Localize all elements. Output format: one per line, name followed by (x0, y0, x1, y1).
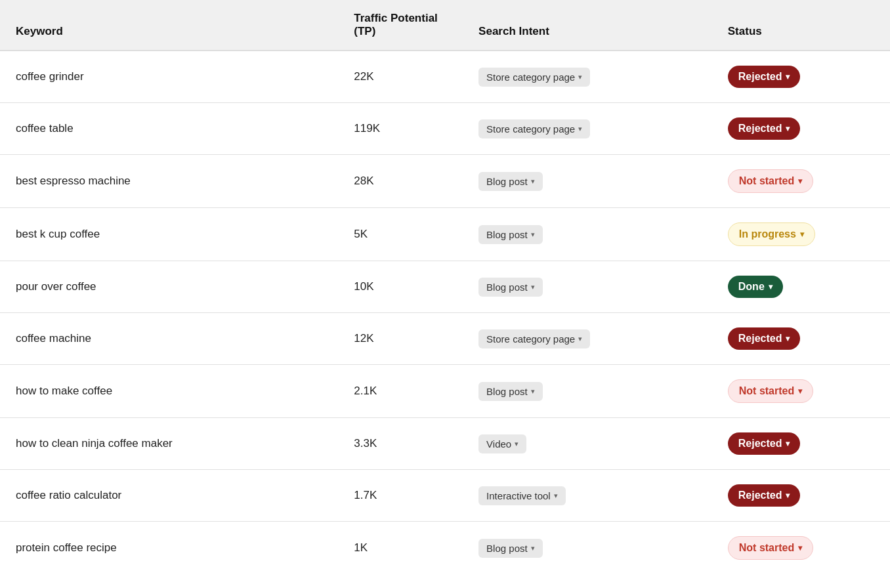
table-row: pour over coffee10KBlog post▾Done▾ (0, 261, 890, 313)
cell-search-intent: Blog post▾ (463, 208, 712, 261)
chevron-down-icon: ▾ (515, 440, 519, 448)
cell-search-intent: Video▾ (463, 418, 712, 470)
status-label: Rejected (738, 333, 782, 345)
header-status: Status (712, 0, 890, 51)
cell-keyword: how to make coffee (0, 365, 338, 418)
table-row: best espresso machine28KBlog post▾Not st… (0, 155, 890, 208)
cell-search-intent: Blog post▾ (463, 365, 712, 418)
chevron-down-icon: ▾ (578, 73, 582, 81)
cell-traffic-potential: 1K (338, 522, 463, 575)
chevron-down-icon: ▾ (800, 230, 804, 239)
cell-traffic-potential: 12K (338, 313, 463, 365)
cell-traffic-potential: 2.1K (338, 365, 463, 418)
status-dropdown[interactable]: Rejected▾ (728, 66, 801, 88)
intent-dropdown[interactable]: Video▾ (478, 434, 526, 453)
cell-traffic-potential: 3.3K (338, 418, 463, 470)
cell-traffic-potential: 28K (338, 155, 463, 208)
status-label: Not started (739, 542, 794, 554)
intent-label: Store category page (486, 72, 575, 83)
intent-dropdown[interactable]: Blog post▾ (478, 539, 543, 558)
table-row: how to clean ninja coffee maker3.3KVideo… (0, 418, 890, 470)
cell-search-intent: Store category page▾ (463, 313, 712, 365)
table-row: coffee machine12KStore category page▾Rej… (0, 313, 890, 365)
intent-dropdown[interactable]: Blog post▾ (478, 382, 543, 401)
status-label: In progress (739, 228, 796, 240)
cell-status: Done▾ (712, 261, 890, 313)
table-row: coffee table119KStore category page▾Reje… (0, 103, 890, 155)
chevron-down-icon: ▾ (531, 230, 535, 239)
keyword-table: Keyword Traffic Potential (TP) Search In… (0, 0, 890, 574)
table-row: coffee ratio calculator1.7KInteractive t… (0, 470, 890, 522)
chevron-down-icon: ▾ (531, 544, 535, 553)
status-dropdown[interactable]: Rejected▾ (728, 117, 801, 140)
header-traffic-potential: Traffic Potential (TP) (338, 0, 463, 51)
cell-keyword: best k cup coffee (0, 208, 338, 261)
cell-traffic-potential: 5K (338, 208, 463, 261)
cell-keyword: protein coffee recipe (0, 522, 338, 575)
chevron-down-icon: ▾ (578, 335, 582, 343)
cell-traffic-potential: 22K (338, 51, 463, 103)
cell-keyword: coffee machine (0, 313, 338, 365)
status-dropdown[interactable]: Not started▾ (728, 536, 813, 560)
table-row: coffee grinder22KStore category page▾Rej… (0, 51, 890, 103)
intent-dropdown[interactable]: Blog post▾ (478, 172, 543, 191)
cell-search-intent: Blog post▾ (463, 155, 712, 208)
cell-keyword: best espresso machine (0, 155, 338, 208)
intent-dropdown[interactable]: Blog post▾ (478, 225, 543, 244)
intent-label: Blog post (486, 543, 528, 554)
cell-keyword: how to clean ninja coffee maker (0, 418, 338, 470)
cell-search-intent: Blog post▾ (463, 261, 712, 313)
intent-label: Blog post (486, 176, 528, 187)
header-keyword: Keyword (0, 0, 338, 51)
status-dropdown[interactable]: Not started▾ (728, 379, 813, 403)
status-label: Rejected (738, 438, 782, 450)
status-label: Rejected (738, 490, 782, 501)
intent-label: Store category page (486, 123, 575, 135)
cell-status: Rejected▾ (712, 313, 890, 365)
cell-keyword: coffee grinder (0, 51, 338, 103)
intent-label: Video (486, 438, 511, 450)
cell-status: Not started▾ (712, 365, 890, 418)
chevron-down-icon: ▾ (531, 387, 535, 396)
chevron-down-icon: ▾ (798, 177, 802, 186)
table-header-row: Keyword Traffic Potential (TP) Search In… (0, 0, 890, 51)
status-dropdown[interactable]: Rejected▾ (728, 327, 801, 350)
intent-dropdown[interactable]: Blog post▾ (478, 278, 543, 297)
chevron-down-icon: ▾ (531, 177, 535, 186)
chevron-down-icon: ▾ (798, 387, 802, 396)
chevron-down-icon: ▾ (786, 491, 790, 500)
chevron-down-icon: ▾ (769, 282, 773, 291)
status-dropdown[interactable]: Rejected▾ (728, 432, 801, 455)
chevron-down-icon: ▾ (786, 124, 790, 133)
status-label: Rejected (738, 123, 782, 135)
intent-dropdown[interactable]: Store category page▾ (478, 119, 590, 138)
cell-keyword: coffee table (0, 103, 338, 155)
intent-dropdown[interactable]: Store category page▾ (478, 329, 590, 348)
intent-label: Blog post (486, 229, 528, 240)
cell-keyword: coffee ratio calculator (0, 470, 338, 522)
cell-traffic-potential: 119K (338, 103, 463, 155)
status-dropdown[interactable]: Done▾ (728, 276, 783, 298)
cell-status: Rejected▾ (712, 470, 890, 522)
status-label: Rejected (738, 71, 782, 83)
status-dropdown[interactable]: Not started▾ (728, 169, 813, 193)
cell-search-intent: Interactive tool▾ (463, 470, 712, 522)
chevron-down-icon: ▾ (786, 334, 790, 343)
chevron-down-icon: ▾ (578, 125, 582, 133)
table-row: best k cup coffee5KBlog post▾In progress… (0, 208, 890, 261)
status-dropdown[interactable]: Rejected▾ (728, 484, 801, 507)
status-dropdown[interactable]: In progress▾ (728, 222, 815, 246)
intent-label: Store category page (486, 333, 575, 345)
cell-keyword: pour over coffee (0, 261, 338, 313)
header-search-intent: Search Intent (463, 0, 712, 51)
cell-traffic-potential: 10K (338, 261, 463, 313)
main-table-container: Keyword Traffic Potential (TP) Search In… (0, 0, 890, 588)
cell-search-intent: Store category page▾ (463, 103, 712, 155)
table-row: how to make coffee2.1KBlog post▾Not star… (0, 365, 890, 418)
intent-dropdown[interactable]: Interactive tool▾ (478, 486, 566, 505)
chevron-down-icon: ▾ (531, 283, 535, 291)
intent-label: Interactive tool (486, 490, 551, 501)
cell-status: Not started▾ (712, 522, 890, 575)
intent-dropdown[interactable]: Store category page▾ (478, 68, 590, 87)
status-label: Not started (739, 385, 794, 397)
